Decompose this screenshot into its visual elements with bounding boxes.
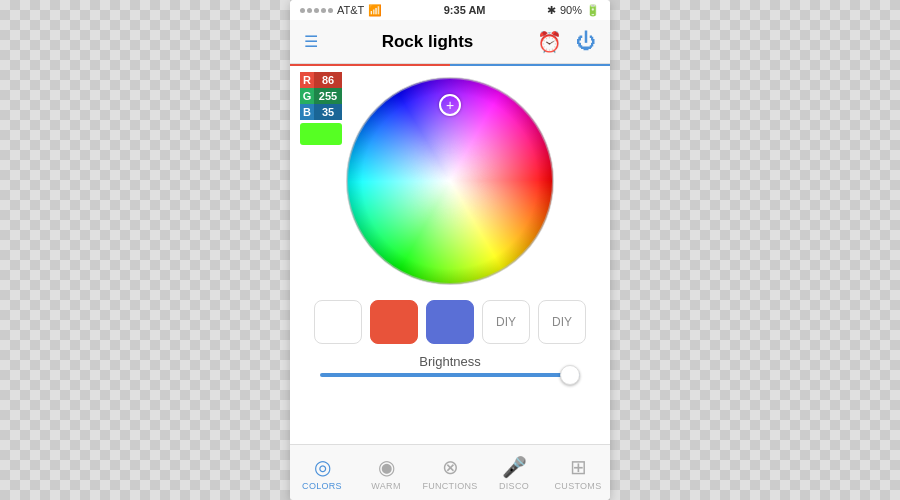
status-right: ✱ 90% 🔋 bbox=[547, 4, 600, 17]
functions-label: FUNCTIONS bbox=[422, 481, 477, 491]
rgb-display: R 86 G 255 B 35 bbox=[300, 72, 342, 145]
functions-icon: ⊗ bbox=[442, 455, 459, 479]
color-swatch bbox=[300, 123, 342, 145]
colors-icon: ◎ bbox=[314, 455, 331, 479]
rgb-r-value: 86 bbox=[314, 72, 342, 88]
color-presets: DIY DIY bbox=[314, 300, 586, 344]
carrier-label: AT&T bbox=[337, 4, 364, 16]
rgb-b-label: B bbox=[300, 104, 314, 120]
brightness-track[interactable] bbox=[320, 373, 580, 377]
rgb-b-value: 35 bbox=[314, 104, 342, 120]
status-left: AT&T 📶 bbox=[300, 4, 382, 17]
tab-functions[interactable]: ⊗ FUNCTIONS bbox=[418, 445, 482, 500]
brightness-label: Brightness bbox=[320, 354, 580, 369]
wifi-icon: 📶 bbox=[368, 4, 382, 17]
tab-customs[interactable]: ⊞ CusTOMS bbox=[546, 445, 610, 500]
rgb-g-label: G bbox=[300, 88, 314, 104]
signal-dot-1 bbox=[300, 8, 305, 13]
battery-percent: 90% bbox=[560, 4, 582, 16]
preset-diy1[interactable]: DIY bbox=[482, 300, 530, 344]
battery-icon: 🔋 bbox=[586, 4, 600, 17]
disco-icon: 🎤 bbox=[502, 455, 527, 479]
tab-disco[interactable]: 🎤 DISCO bbox=[482, 445, 546, 500]
status-time: 9:35 AM bbox=[444, 4, 486, 16]
tab-colors[interactable]: ◎ COLORS bbox=[290, 445, 354, 500]
rgb-row-g: G 255 bbox=[300, 88, 342, 104]
disco-label: DISCO bbox=[499, 481, 529, 491]
warm-icon: ◉ bbox=[378, 455, 395, 479]
nav-icons: ⏰ ⏻ bbox=[537, 30, 596, 54]
signal-dot-2 bbox=[307, 8, 312, 13]
customs-label: CusTOMS bbox=[555, 481, 602, 491]
nav-title: Rock lights bbox=[382, 32, 474, 52]
signal-dot-5 bbox=[328, 8, 333, 13]
customs-icon: ⊞ bbox=[570, 455, 587, 479]
alarm-icon[interactable]: ⏰ bbox=[537, 30, 562, 54]
preset-diy2[interactable]: DIY bbox=[538, 300, 586, 344]
color-wheel-selector[interactable]: + bbox=[439, 94, 461, 116]
main-content: R 86 G 255 B 35 + DIY DIY bbox=[290, 66, 610, 444]
rgb-g-value: 255 bbox=[314, 88, 342, 104]
nav-bar: ☰ Rock lights ⏰ ⏻ bbox=[290, 20, 610, 64]
phone-frame: AT&T 📶 9:35 AM ✱ 90% 🔋 ☰ Rock lights ⏰ ⏻… bbox=[290, 0, 610, 500]
rgb-row-r: R 86 bbox=[300, 72, 342, 88]
signal-dots bbox=[300, 8, 333, 13]
menu-icon[interactable]: ☰ bbox=[304, 32, 318, 51]
preset-blue[interactable] bbox=[426, 300, 474, 344]
preset-white[interactable] bbox=[314, 300, 362, 344]
color-wheel-container[interactable]: + bbox=[345, 76, 555, 286]
brightness-thumb[interactable] bbox=[560, 365, 580, 385]
colors-label: COLORS bbox=[302, 481, 342, 491]
tab-bar: ◎ COLORS ◉ WARM ⊗ FUNCTIONS 🎤 DISCO ⊞ Cu… bbox=[290, 444, 610, 500]
power-icon[interactable]: ⏻ bbox=[576, 30, 596, 53]
warm-label: WARM bbox=[371, 481, 400, 491]
status-bar: AT&T 📶 9:35 AM ✱ 90% 🔋 bbox=[290, 0, 610, 20]
signal-dot-4 bbox=[321, 8, 326, 13]
brightness-container: Brightness bbox=[300, 354, 600, 377]
preset-red[interactable] bbox=[370, 300, 418, 344]
signal-dot-3 bbox=[314, 8, 319, 13]
bluetooth-icon: ✱ bbox=[547, 4, 556, 17]
rgb-r-label: R bbox=[300, 72, 314, 88]
tab-warm[interactable]: ◉ WARM bbox=[354, 445, 418, 500]
rgb-row-b: B 35 bbox=[300, 104, 342, 120]
